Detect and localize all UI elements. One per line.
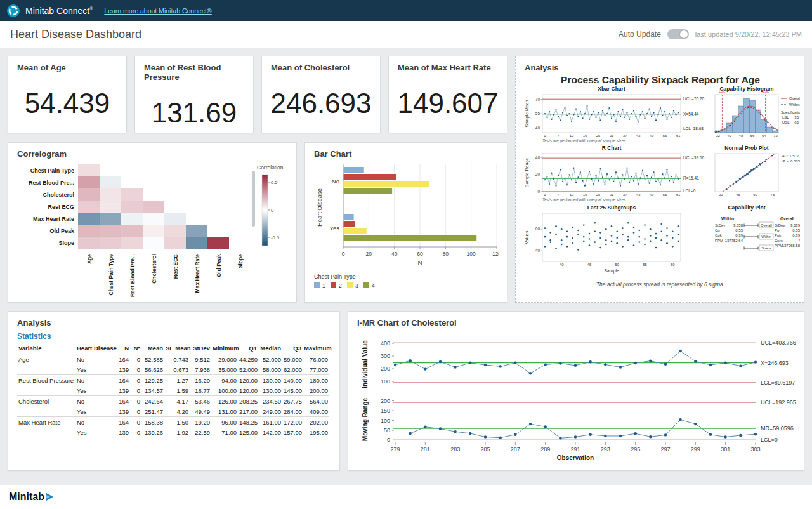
data-point[interactable] <box>409 359 411 362</box>
svg-text:281: 281 <box>421 446 430 453</box>
data-point[interactable] <box>514 433 516 436</box>
data-point[interactable] <box>529 372 532 374</box>
correlogram-cell[interactable] <box>186 225 207 237</box>
data-point[interactable] <box>709 433 712 436</box>
data-point[interactable] <box>499 365 501 367</box>
svg-text:Sample Mean: Sample Mean <box>525 100 530 127</box>
data-point[interactable] <box>709 364 712 366</box>
data-point[interactable] <box>679 418 681 421</box>
data-point[interactable] <box>694 360 697 362</box>
data-point[interactable] <box>394 364 396 366</box>
correlogram-cell[interactable] <box>143 237 164 249</box>
data-point[interactable] <box>499 437 501 439</box>
stats-cell: 120.00 <box>238 385 258 396</box>
data-point[interactable] <box>604 363 606 366</box>
svg-text:1: 1 <box>544 134 546 138</box>
data-point[interactable] <box>619 435 622 437</box>
bar-segment[interactable] <box>344 188 393 194</box>
data-point[interactable] <box>604 435 606 437</box>
data-point[interactable] <box>574 435 577 438</box>
correlogram-cell[interactable] <box>164 213 186 225</box>
data-point[interactable] <box>514 362 516 364</box>
correlogram-cell[interactable] <box>121 188 143 201</box>
correlogram-cell[interactable] <box>186 237 207 249</box>
bar-segment[interactable] <box>344 228 367 234</box>
data-point[interactable] <box>469 432 471 435</box>
correlogram-cell[interactable] <box>121 225 143 237</box>
bar-segment[interactable] <box>344 235 477 241</box>
correlogram-scrollbar[interactable] <box>252 171 255 227</box>
correlogram-cell[interactable] <box>100 188 121 201</box>
correlogram-cell[interactable] <box>164 225 186 237</box>
correlogram-cell[interactable] <box>78 225 100 237</box>
kpi-card-mean-age: Mean of Age 54.439 <box>8 56 127 133</box>
data-point[interactable] <box>739 434 742 437</box>
data-point[interactable] <box>664 363 667 366</box>
data-point[interactable] <box>544 425 546 428</box>
data-point[interactable] <box>589 360 591 363</box>
correlogram-cell[interactable] <box>143 201 164 213</box>
data-point[interactable] <box>469 362 471 364</box>
data-point[interactable] <box>649 435 652 438</box>
correlogram-cell[interactable] <box>100 237 121 249</box>
correlogram-cell[interactable] <box>100 176 121 188</box>
data-point[interactable] <box>664 433 667 436</box>
svg-text:LCL=38.68: LCL=38.68 <box>683 126 704 131</box>
data-point[interactable] <box>484 364 487 366</box>
data-point[interactable] <box>559 362 561 364</box>
data-point[interactable] <box>754 360 757 363</box>
data-point[interactable] <box>454 366 456 368</box>
correlogram-cell[interactable] <box>207 237 229 249</box>
correlogram-cell[interactable] <box>121 201 143 213</box>
bar-segment[interactable] <box>344 221 355 227</box>
auto-update-toggle[interactable] <box>667 29 689 39</box>
data-point[interactable] <box>724 435 726 438</box>
data-point[interactable] <box>754 433 757 435</box>
data-point[interactable] <box>439 427 442 430</box>
data-point[interactable] <box>574 364 577 367</box>
svg-text:40: 40 <box>391 251 398 257</box>
correlogram-cell[interactable] <box>121 213 143 225</box>
data-point[interactable] <box>634 362 636 364</box>
correlogram-cell[interactable] <box>78 237 100 249</box>
correlogram-cell[interactable] <box>78 176 100 188</box>
data-point[interactable] <box>649 359 652 362</box>
data-point[interactable] <box>454 430 456 433</box>
data-point[interactable] <box>439 360 442 363</box>
correlogram-cell[interactable] <box>121 237 143 249</box>
bar-segment[interactable] <box>344 167 364 173</box>
correlogram-cell[interactable] <box>78 164 100 176</box>
correlogram-cell[interactable] <box>100 201 121 213</box>
data-point[interactable] <box>529 423 532 425</box>
correlogram-cell[interactable] <box>78 188 100 201</box>
bar-segment[interactable] <box>344 214 354 220</box>
bar-segment[interactable] <box>344 174 396 180</box>
data-point[interactable] <box>739 364 742 367</box>
bar-segment[interactable] <box>344 181 429 187</box>
statistics-heading[interactable]: Statistics <box>17 332 51 341</box>
correlogram-cell[interactable] <box>78 201 100 213</box>
svg-text:300: 300 <box>381 353 390 359</box>
data-point[interactable] <box>679 350 681 352</box>
svg-text:Heart Disease: Heart Disease <box>316 188 323 227</box>
learn-more-link[interactable]: Learn more about Minitab Connect® <box>104 7 211 15</box>
data-point[interactable] <box>694 423 697 425</box>
data-point[interactable] <box>559 437 561 439</box>
data-point[interactable] <box>634 432 636 435</box>
correlogram-cell[interactable] <box>143 225 164 237</box>
correlogram-cell[interactable] <box>100 225 121 237</box>
data-point[interactable] <box>589 433 591 436</box>
correlogram-cell[interactable] <box>143 213 164 225</box>
data-point[interactable] <box>724 362 726 364</box>
data-point[interactable] <box>409 432 411 435</box>
correlogram-cell[interactable] <box>164 237 186 249</box>
correlogram-cell[interactable] <box>78 213 100 225</box>
svg-text:72: 72 <box>773 134 778 138</box>
data-point[interactable] <box>484 435 487 438</box>
data-point[interactable] <box>619 366 622 368</box>
data-point[interactable] <box>544 363 546 366</box>
svg-text:Within: Within <box>761 235 771 239</box>
correlogram-cell[interactable] <box>100 213 121 225</box>
data-point[interactable] <box>424 367 426 370</box>
data-point[interactable] <box>424 426 426 428</box>
